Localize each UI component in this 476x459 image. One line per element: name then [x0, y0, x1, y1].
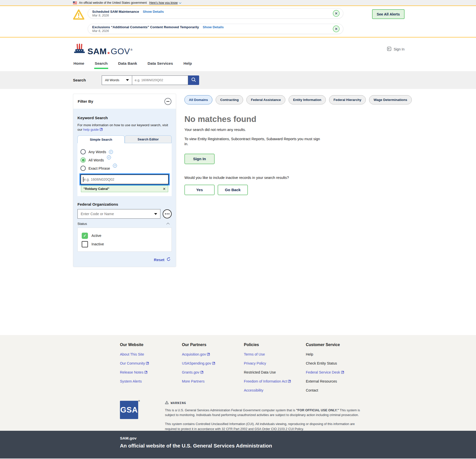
search-input[interactable]: e.g. 1606N020Q02: [132, 75, 188, 85]
footer-link-more-partners[interactable]: More Partners: [182, 379, 244, 383]
checkbox-active[interactable]: ✓: [82, 233, 88, 239]
sign-in-required-text: To view Entity Registrations, Subcontrac…: [184, 136, 323, 147]
keyword-tabs: Simple Search Search Editor: [77, 135, 172, 143]
radio-any-words[interactable]: [80, 149, 86, 154]
external-link-icon: [341, 371, 344, 374]
nav-item-data-services[interactable]: Data Services: [147, 61, 174, 69]
tab-simple-search[interactable]: Simple Search: [77, 135, 125, 143]
nav-item-search[interactable]: Search: [94, 61, 108, 69]
radio-label: Any Words: [88, 150, 106, 154]
info-icon[interactable]: i: [113, 164, 117, 168]
gov-banner-how-link[interactable]: Here's how you know: [149, 1, 181, 4]
footer-link-acquisition-gov[interactable]: Acquisition.gov: [182, 352, 244, 356]
reset-link[interactable]: Reset: [154, 258, 164, 262]
site-header: SAM★GOV® Sign In Home Search Data Bank D…: [0, 37, 476, 71]
footer-link-about-this-site[interactable]: About This Site: [120, 352, 182, 356]
footer-link-release-notes[interactable]: Release Notes: [120, 370, 182, 374]
radio-all-words[interactable]: [80, 157, 86, 163]
pill-federal-hierarchy[interactable]: Federal Hierarchy: [329, 95, 366, 104]
filter-panel: Filter By Keyword Search For more inform…: [73, 94, 176, 267]
pill-all-domains[interactable]: All Domains: [184, 95, 212, 104]
keyword-input[interactable]: e.g. 1606N020Q02: [80, 174, 169, 184]
footer-link-external-resources[interactable]: External Resources: [306, 379, 368, 383]
warning-icon: [165, 401, 169, 405]
ellipsis-icon[interactable]: [163, 209, 172, 218]
pill-wage-determinations[interactable]: Wage Determinations: [369, 95, 412, 104]
checkbox-label: Inactive: [91, 242, 104, 246]
reset-icon[interactable]: [166, 257, 171, 262]
remove-tag-icon[interactable]: ✕: [163, 187, 166, 191]
brand-sam: SAM: [87, 47, 107, 55]
status-heading: Status: [77, 222, 87, 226]
pill-entity-information[interactable]: Entity Information: [289, 95, 326, 104]
caret-down-icon: [154, 213, 157, 215]
sam-gov-logo[interactable]: SAM★GOV®: [73, 43, 133, 55]
keyword-info-text: For more information on how to use our k…: [77, 123, 172, 132]
minus-icon[interactable]: [164, 98, 171, 105]
footer-tagline: An official website of the U.S. General …: [120, 443, 476, 449]
warning-triangle-icon: [73, 9, 84, 34]
gsa-logo: GSA ®: [120, 401, 138, 419]
footer-link-foia[interactable]: Freedom of Information Act: [244, 379, 306, 383]
nav-item-data-bank[interactable]: Data Bank: [118, 61, 138, 69]
go-back-button[interactable]: Go Back: [218, 185, 248, 195]
footer-link-contact[interactable]: Contact: [306, 388, 368, 392]
search-results: All Domains Contracting Federal Assistan…: [184, 89, 399, 195]
sign-in-link[interactable]: Sign In: [387, 46, 405, 52]
search-mode-select[interactable]: All Words: [102, 75, 132, 85]
footer-link-federal-service-desk[interactable]: Federal Service Desk: [306, 370, 368, 374]
caret-down-icon: [126, 79, 129, 81]
alert-card: Exclusions “Additional Comments” Content…: [88, 24, 343, 34]
radio-label: All Words: [88, 158, 104, 162]
footer-link-system-alerts[interactable]: System Alerts: [120, 379, 182, 383]
footer-col-our-website: Our Website About This Site Our Communit…: [120, 343, 182, 397]
see-all-alerts-button[interactable]: See All Alerts: [372, 9, 405, 19]
footer-link-usaspending-gov[interactable]: USASpending.gov: [182, 361, 244, 365]
main-nav: Home Search Data Bank Data Services Help: [0, 61, 476, 71]
keyword-tag: "Roldany Cabral" ✕: [81, 185, 168, 192]
footer-link-check-entity-status[interactable]: Check Entity Status: [306, 361, 368, 365]
footer-link-privacy-policy[interactable]: Privacy Policy: [244, 361, 306, 365]
close-icon[interactable]: ✕: [333, 10, 340, 17]
help-guide-link[interactable]: help guide: [83, 128, 103, 131]
main-content: Filter By Keyword Search For more inform…: [0, 89, 476, 335]
federal-orgs-select[interactable]: Enter Code or Name: [77, 209, 160, 219]
tab-search-editor[interactable]: Search Editor: [125, 135, 172, 143]
search-icon: [191, 77, 196, 83]
alert-show-details-link[interactable]: Show Details: [143, 10, 164, 13]
registered-mark: ®: [138, 400, 140, 402]
no-results-text: Your search did not return any results.: [184, 128, 399, 132]
close-icon[interactable]: ✕: [333, 25, 340, 32]
gov-banner-text: An official website of the United States…: [79, 1, 147, 4]
sign-in-button[interactable]: Sign In: [184, 154, 215, 164]
nav-item-home[interactable]: Home: [73, 61, 85, 69]
footer-link-grants-gov[interactable]: Grants.gov: [182, 370, 244, 374]
filter-by-title: Filter By: [78, 99, 93, 104]
footer-link-accessibility[interactable]: Accessibility: [244, 388, 306, 392]
external-link-icon: [207, 353, 210, 356]
pill-contracting[interactable]: Contracting: [216, 95, 243, 104]
external-link-icon: [144, 371, 147, 374]
footer-site-name: SAM.gov: [120, 436, 476, 441]
footer-link-help[interactable]: Help: [306, 352, 368, 356]
yes-button[interactable]: Yes: [184, 185, 215, 195]
chevron-down-icon: [179, 1, 181, 4]
info-icon[interactable]: i: [109, 150, 113, 154]
footer-link-restricted-data-use[interactable]: Restricted Data Use: [244, 370, 306, 374]
footer-col-policies: Policies Terms of Use Privacy Policy Res…: [244, 343, 306, 397]
alert-show-details-link[interactable]: Show Details: [203, 25, 224, 29]
checkbox-inactive[interactable]: [82, 241, 88, 247]
pill-federal-assistance[interactable]: Federal Assistance: [246, 95, 285, 104]
checkbox-label: Active: [91, 234, 101, 238]
footer-link-our-community[interactable]: Our Community: [120, 361, 182, 365]
search-button[interactable]: [188, 75, 199, 85]
nav-item-help[interactable]: Help: [183, 61, 192, 69]
radio-exact-phrase[interactable]: [80, 166, 86, 171]
alert-title: Scheduled SAM Maintenance: [92, 10, 139, 13]
chevron-up-icon[interactable]: [166, 223, 170, 226]
info-icon[interactable]: i: [107, 155, 111, 159]
footer-link-terms-of-use[interactable]: Terms of Use: [244, 352, 306, 356]
alerts-section: Scheduled SAM Maintenance Show Details M…: [0, 6, 476, 37]
status-card: ✓ Active Inactive: [77, 228, 172, 252]
federal-orgs-heading: Federal Organizations: [77, 202, 172, 207]
